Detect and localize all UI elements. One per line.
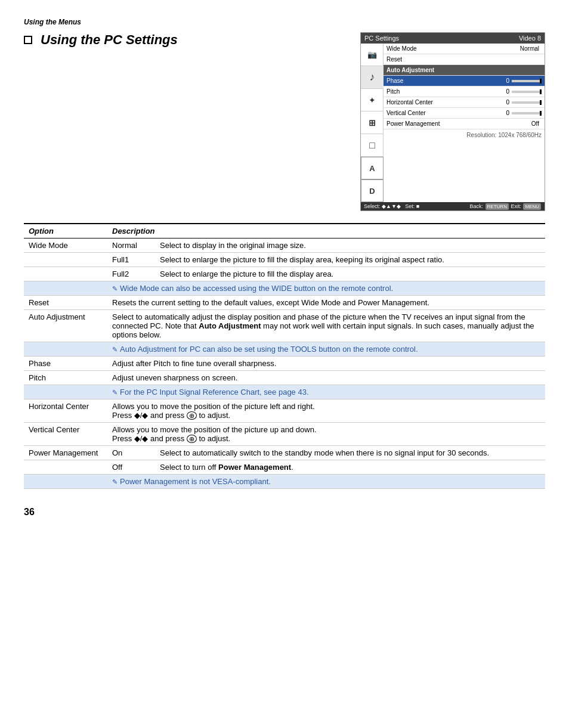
menu-label-powermgmt: Power Management [386,120,527,127]
desc-normal: Select to display in the original image … [155,238,545,253]
audio-icon[interactable]: ♪ [361,66,384,89]
resolution-row: Resolution: 1024x 768/60Hz [384,129,545,141]
table-row-note: ✎Wide Mode can also be accessed using th… [24,281,545,296]
option-reset: Reset [24,296,107,310]
hcenter-bar [512,101,542,104]
table-row: Auto Adjustment Select to automatically … [24,310,545,342]
menu-value-widemode: Normal [520,45,539,52]
menu-row-widemode[interactable]: Wide Mode Normal [384,44,545,54]
table-header-row: Option Description [24,224,545,238]
table-row: Vertical Center Allows you to move the p… [24,423,545,446]
note-widemode: ✎Wide Mode can also be accessed using th… [107,281,545,296]
option-widemode: Wide Mode [24,238,107,253]
menu-row-hcenter[interactable]: Horizontal Center 0 [384,97,545,108]
table-row-note: ✎Power Management is not VESA-compliant. [24,475,545,489]
menu-key: MENU [523,203,541,210]
sub-normal: Normal [107,238,155,253]
note-empty1 [24,281,107,296]
note-pitch: ✎For the PC Input Signal Reference Chart… [107,385,545,399]
option-vcenter: Vertical Center [24,423,107,446]
note-icon2: ✎ [112,346,117,354]
pitch-bar [512,91,542,93]
title-text: Using the PC Settings [41,32,178,48]
table-row: Full1 Select to enlarge the picture to f… [24,253,545,267]
menu-value-phase: 0 [497,78,509,84]
note-icon3: ✎ [112,389,117,396]
option-hcenter: Horizontal Center [24,399,107,423]
menu-value-hcenter: 0 [497,99,509,106]
camera-icon[interactable]: 📷 [361,44,384,66]
table-row: Horizontal Center Allows you to move the… [24,399,545,423]
option-autoadj: Auto Adjustment [24,310,107,342]
panel-source: Video 8 [519,35,541,42]
note-empty2 [24,342,107,357]
footer-back: Back: RETURN Exit: MENU [470,203,542,209]
table-row: Power Management On Select to automatica… [24,446,545,460]
menu-row-phase[interactable]: Phase 0 [384,76,545,86]
menu-row-vcenter[interactable]: Vertical Center 0 [384,108,545,119]
panel-left-icons: 📷 ♪ ✦ ⊞ □ A D [361,44,384,202]
option-empty2 [24,267,107,281]
desc-off: Select to turn off Power Management. [155,460,545,475]
desc-full1: Select to enlarge the picture to fill th… [155,253,545,267]
checkbox-icon [24,36,32,44]
menu-label-pitch: Pitch [386,88,497,95]
phase-bar [512,80,542,82]
note-powermgmt: ✎Power Management is not VESA-compliant. [107,475,545,489]
menu-row-pitch[interactable]: Pitch 0 [384,86,545,97]
menu-row-powermgmt[interactable]: Power Management Off [384,119,545,129]
sub-full1: Full1 [107,253,155,267]
desc-reset: Resets the current setting to the defaul… [107,296,545,310]
star-icon[interactable]: ✦ [361,89,384,111]
desc-phase: Adjust after Pitch to fine tune overall … [107,357,545,371]
d-icon[interactable]: D [361,179,384,202]
option-empty1 [24,253,107,267]
menu-value-powermgmt: Off [527,120,539,127]
table-row: Pitch Adjust uneven sharpness on screen. [24,371,545,385]
menu-label-widemode: Wide Mode [386,45,520,52]
note-autoadj: ✎Auto Adjustment for PC can also be set … [107,342,545,357]
option-powermgmt: Power Management [24,446,107,460]
note-icon4: ✎ [112,478,117,486]
desc-hcenter: Allows you to move the position of the p… [107,399,545,423]
menu-row-autoadjust[interactable]: Auto Adjustment [384,65,545,76]
text-icon[interactable]: A [361,157,384,179]
panel-title: PC Settings [364,35,399,42]
desc-autoadj: Select to automatically adjust the displ… [107,310,545,342]
return-key: RETURN [485,203,509,210]
table-row-note: ✎Auto Adjustment for PC can also be set … [24,342,545,357]
desc-vcenter: Allows you to move the position of the p… [107,423,545,446]
resolution-text: Resolution: 1024x 768/60Hz [466,132,542,138]
note-empty4 [24,475,107,489]
table-row: Wide Mode Normal Select to display in th… [24,238,545,253]
sub-full2: Full2 [107,267,155,281]
desc-on: Select to automatically switch to the st… [155,446,545,460]
settings-table: Option Description Wide Mode Normal Sele… [24,223,545,489]
menu-label-reset: Reset [386,56,542,63]
pc-settings-panel: PC Settings Video 8 📷 ♪ ✦ ⊞ □ A D Wide M… [360,32,545,211]
col-option-header: Option [24,224,107,238]
sub-on: On [107,446,155,460]
sub-off: Off [107,460,155,475]
table-row: Off Select to turn off Power Management. [24,460,545,475]
table-row: Reset Resets the current setting to the … [24,296,545,310]
desc-full2: Select to enlarge the picture to fill th… [155,267,545,281]
panel-header: PC Settings Video 8 [361,33,545,44]
note-icon: ✎ [112,285,117,293]
menu-row-reset[interactable]: Reset [384,54,545,65]
desc-pitch: Adjust uneven sharpness on screen. [107,371,545,385]
grid-icon[interactable]: ⊞ [361,111,384,134]
table-row-note: ✎For the PC Input Signal Reference Chart… [24,385,545,399]
panel-menu: Wide Mode Normal Reset Auto Adjustment P… [384,44,545,202]
menu-label-autoadjust: Auto Adjustment [386,67,542,73]
menu-value-pitch: 0 [497,88,509,95]
menu-value-vcenter: 0 [497,110,509,116]
option-pitch: Pitch [24,371,107,385]
option-phase: Phase [24,357,107,371]
screen-icon[interactable]: □ [361,134,384,157]
menu-label-vcenter: Vertical Center [386,110,497,116]
note-empty3 [24,385,107,399]
breadcrumb: Using the Menus [24,18,81,26]
page-number: 36 [24,507,545,518]
menu-label-hcenter: Horizontal Center [386,99,497,106]
